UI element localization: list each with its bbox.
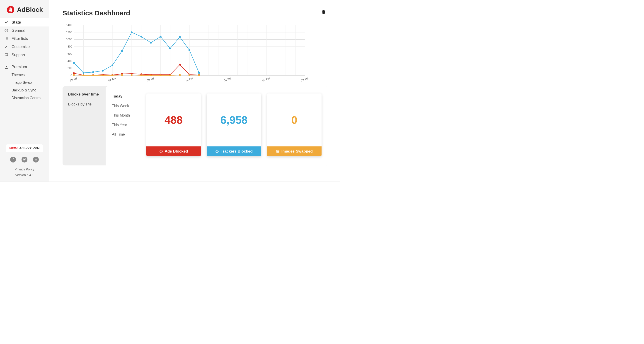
svg-text:200: 200	[68, 67, 72, 70]
trash-icon[interactable]	[321, 9, 326, 15]
svg-text:08 AM: 08 AM	[146, 77, 155, 82]
svg-point-86	[131, 74, 132, 76]
twitter-icon[interactable]	[22, 157, 28, 163]
sidebar-item-filter-lists[interactable]: Filter lists	[0, 35, 49, 43]
svg-point-89	[160, 74, 162, 76]
sidebar-sub-backup-sync[interactable]: Backup & Sync	[0, 86, 49, 94]
svg-point-58	[131, 31, 132, 33]
stat-cards-row: 488 Ads Blocked 6,958	[144, 90, 328, 156]
sidebar-sub-label: Backup & Sync	[12, 88, 36, 92]
period-tab-this-year[interactable]: This Year	[110, 120, 144, 130]
svg-text:0: 0	[70, 74, 72, 77]
vpn-new-badge: NEW!	[9, 146, 18, 150]
svg-point-59	[140, 36, 142, 37]
page-title: Statistics Dashboard	[62, 9, 130, 17]
sidebar-item-customize[interactable]: Customize	[0, 43, 49, 51]
stat-value: 488	[146, 93, 201, 147]
stat-label-text: Ads Blocked	[165, 149, 188, 154]
svg-point-53	[83, 72, 84, 74]
svg-point-85	[121, 74, 123, 76]
svg-point-57	[121, 50, 123, 52]
vpn-button-label: AdBlock VPN	[19, 146, 40, 150]
stat-label: Ads Blocked	[146, 147, 201, 156]
sidebar: AdBlock Stats General Filter lists	[0, 0, 49, 181]
period-tab-today[interactable]: Today	[110, 92, 144, 101]
svg-point-62	[169, 47, 171, 49]
sidebar-item-label: General	[12, 28, 25, 33]
stat-card-trackers-blocked: 6,958 Trackers Blocked	[207, 93, 261, 156]
view-tab-blocks-over-time[interactable]: Blocks over time	[62, 89, 106, 99]
stats-body: Today This Week This Month This Year All…	[106, 86, 328, 166]
svg-point-92	[188, 74, 190, 76]
view-tab-blocks-by-site[interactable]: Blocks by site	[62, 99, 106, 109]
svg-point-63	[179, 36, 181, 38]
sidebar-item-label: Premium	[12, 65, 27, 69]
svg-point-77	[179, 64, 181, 65]
svg-point-66	[73, 72, 75, 74]
period-tab-list: Today This Week This Month This Year All…	[106, 90, 144, 156]
svg-text:600: 600	[68, 52, 72, 55]
svg-point-61	[160, 36, 162, 37]
stats-panel: Blocks over time Blocks by site Today Th…	[62, 86, 328, 166]
stat-card-images-swapped: 0 Images Swapped	[267, 93, 322, 156]
sidebar-item-label: Customize	[12, 45, 30, 49]
svg-text:12 AM: 12 AM	[69, 77, 78, 82]
svg-line-95	[160, 151, 162, 152]
svg-point-82	[92, 74, 94, 76]
svg-text:800: 800	[68, 45, 72, 48]
stat-value: 6,958	[207, 93, 261, 147]
svg-text:12 PM: 12 PM	[185, 77, 193, 82]
sidebar-item-label: Filter lists	[12, 36, 28, 41]
sidebar-item-stats[interactable]: Stats	[0, 18, 49, 26]
sidebar-sub-label: Distraction Control	[12, 96, 42, 100]
svg-point-83	[102, 74, 104, 76]
period-tab-all-time[interactable]: All Time	[110, 130, 144, 139]
stat-value: 0	[267, 93, 322, 147]
svg-point-80	[73, 74, 75, 76]
svg-point-90	[169, 74, 171, 76]
svg-point-2	[6, 66, 7, 67]
svg-text:04 PM: 04 PM	[224, 77, 232, 82]
svg-point-97	[217, 151, 218, 152]
sidebar-item-general[interactable]: General	[0, 26, 49, 35]
period-tab-this-week[interactable]: This Week	[110, 101, 144, 111]
svg-text:1200: 1200	[66, 31, 72, 34]
svg-point-65	[198, 72, 200, 74]
sidebar-nav: Stats General Filter lists Customize	[0, 18, 49, 102]
sidebar-sub-image-swap[interactable]: Image Swap	[0, 79, 49, 86]
svg-text:1000: 1000	[66, 38, 72, 41]
svg-point-64	[188, 49, 190, 51]
sidebar-item-support[interactable]: Support	[0, 51, 49, 59]
version-label: Version 5.4.1	[0, 172, 49, 178]
stat-card-ads-blocked: 488 Ads Blocked	[146, 93, 201, 156]
linkedin-icon[interactable]: in	[33, 157, 39, 163]
view-tab-list: Blocks over time Blocks by site	[62, 86, 106, 166]
svg-point-60	[150, 42, 152, 44]
svg-point-88	[150, 74, 152, 76]
svg-point-93	[198, 74, 200, 76]
svg-text:04 AM: 04 AM	[108, 77, 116, 82]
brand-logo: AdBlock	[0, 6, 49, 18]
person-icon	[4, 65, 8, 69]
sidebar-sub-distraction-control[interactable]: Distraction Control	[0, 94, 49, 102]
privacy-link[interactable]: Privacy Policy	[0, 167, 49, 172]
sidebar-sub-label: Image Swap	[12, 81, 32, 85]
svg-text:12 AM: 12 AM	[300, 77, 309, 82]
stat-label: Trackers Blocked	[207, 147, 261, 156]
vpn-button[interactable]: NEW! AdBlock VPN	[6, 144, 43, 152]
gear-icon	[4, 28, 8, 33]
svg-text:400: 400	[68, 59, 72, 63]
sidebar-item-premium[interactable]: Premium	[0, 63, 49, 71]
svg-point-91	[179, 74, 181, 76]
period-tab-this-month[interactable]: This Month	[110, 111, 144, 120]
sidebar-sub-label: Themes	[12, 73, 25, 77]
svg-point-56	[112, 64, 113, 66]
adblock-logo-icon	[6, 6, 15, 14]
sidebar-sub-themes[interactable]: Themes	[0, 71, 49, 79]
sidebar-item-label: Stats	[12, 20, 21, 25]
facebook-icon[interactable]: f	[10, 157, 16, 163]
brand-name: AdBlock	[17, 6, 43, 13]
chat-icon	[4, 53, 8, 57]
svg-point-52	[73, 62, 75, 64]
blocked-icon	[159, 150, 163, 153]
